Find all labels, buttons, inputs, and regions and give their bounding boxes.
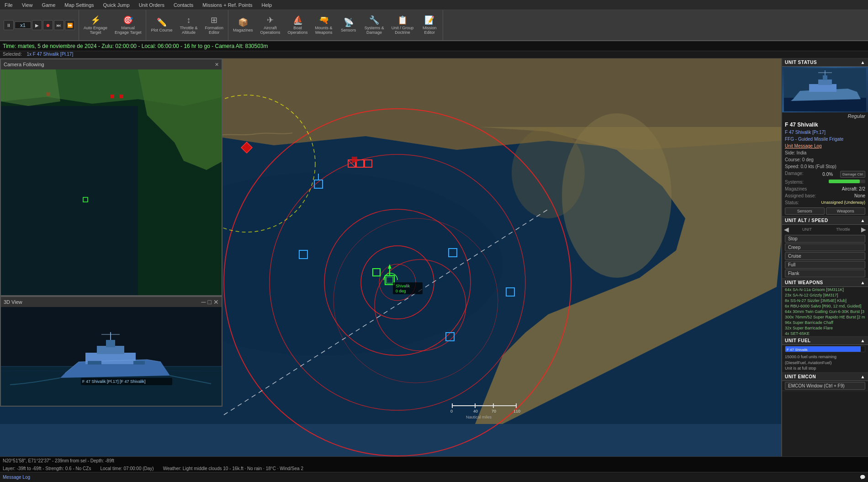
throttle-altitude-button[interactable]: ↕ Throttle &Altitude xyxy=(177,14,200,37)
3d-minimize-icon[interactable]: ─ xyxy=(201,298,206,306)
collapse-icon[interactable]: ▲ xyxy=(861,60,865,65)
camera-title-label: Camera Following xyxy=(4,62,44,67)
weapon-item-4[interactable]: 64x 30mm Twin Gatling Gun-6-30K Burst [3 xyxy=(782,309,868,314)
status-row: Status: Unassigned (Underway) xyxy=(782,199,868,206)
map-area[interactable]: Shivalik 0 deg 0 40 70 110 Nautical mile… xyxy=(0,58,781,456)
record-button[interactable]: ⏺ xyxy=(43,20,53,30)
message-icon: 💬 xyxy=(860,475,865,480)
svg-rect-61 xyxy=(88,361,101,365)
rating-badge: Regular xyxy=(782,112,868,120)
toolbar: ⏸ x1 ▶ ⏺ ⏭ ⏩ ⚡ Auto EngageTarget 🎯 Manua… xyxy=(0,10,868,41)
boat-ops-button[interactable]: ⛵ BoatOperations xyxy=(285,14,311,37)
menu-help[interactable]: Help xyxy=(257,2,276,8)
message-log-label[interactable]: Message Log xyxy=(3,475,30,480)
flank-button[interactable]: Flank xyxy=(785,270,865,277)
3d-view-titlebar[interactable]: 3D View ─ □ ✕ xyxy=(1,297,222,307)
ship-thumbnail xyxy=(784,68,866,111)
svg-text:40: 40 xyxy=(473,409,478,413)
cruise-button[interactable]: Cruise xyxy=(785,252,865,260)
formation-icon: ⊞ xyxy=(211,15,217,25)
plot-course-button[interactable]: ✏️ Plot Course xyxy=(148,16,175,34)
weapon-item-5[interactable]: 300x 76mm/52 Super Rapido HE Burst [2 m xyxy=(782,314,868,320)
camera-titlebar[interactable]: Camera Following ✕ xyxy=(1,59,222,69)
magazines-value: Aircraft: 2/2 xyxy=(842,186,865,191)
svg-rect-51 xyxy=(111,95,114,98)
selected-bar: Selected: 1x F 47 Shivalik [Pl.17] xyxy=(0,51,868,58)
weapon-item-8[interactable]: 4x SET-65KE xyxy=(782,331,868,336)
fast-forward-button[interactable]: ⏩ xyxy=(65,20,75,30)
manual-engage-button[interactable]: 🎯 ManualEngage Target xyxy=(112,14,144,37)
mission-editor-button[interactable]: 📝 MissionEditor xyxy=(418,14,441,37)
left-arrow-icon[interactable]: ◀ xyxy=(784,226,789,233)
right-arrow-icon[interactable]: ▶ xyxy=(861,226,866,233)
magazines-button[interactable]: 📦 Magazines xyxy=(230,16,256,34)
sensors-icon: 📡 xyxy=(344,17,354,27)
pause-button[interactable]: ⏸ xyxy=(4,20,14,30)
3d-view-window: 3D View ─ □ ✕ xyxy=(0,296,222,407)
full-button[interactable]: Full xyxy=(785,261,865,269)
damage-ctrl-button[interactable]: Damage Ctrl xyxy=(840,171,865,178)
systems-damage-button[interactable]: 🔧 Systems &Damage xyxy=(362,14,387,37)
nav-group: ✏️ Plot Course ↕ Throttle &Altitude ⊞ Fo… xyxy=(146,10,228,40)
emcon-collapse-icon[interactable]: ▲ xyxy=(861,374,865,379)
menu-quick-jump[interactable]: Quick Jump xyxy=(99,2,134,8)
weapon-item-6[interactable]: 96x Super Barricade Chaff xyxy=(782,320,868,325)
weapon-item-2[interactable]: 8x SS-N-27 Sizzler [3M54E] Klub] xyxy=(782,298,868,303)
step-forward-button[interactable]: ⏭ xyxy=(54,20,64,30)
menu-game[interactable]: Game xyxy=(37,2,60,8)
stop-button[interactable]: Stop xyxy=(785,235,865,243)
weapons-tab-button[interactable]: Weapons xyxy=(826,207,866,215)
auto-engage-icon: ⚡ xyxy=(90,15,101,25)
damage-row: Damage: 0.0% Damage Ctrl xyxy=(782,170,868,179)
auto-engage-button[interactable]: ⚡ Auto EngageTarget xyxy=(81,14,110,37)
svg-text:0: 0 xyxy=(450,409,453,413)
weapons-collapse-icon[interactable]: ▲ xyxy=(861,280,865,285)
fuel-unit-label: F 47 Shivalik xyxy=(785,347,809,352)
menu-view[interactable]: View xyxy=(17,2,37,8)
svg-text:Shivalik: Shivalik xyxy=(396,284,410,288)
unit-message-log[interactable]: Unit Message Log xyxy=(782,143,868,149)
weapon-item-1[interactable]: 23x SA-N-12 Grizzly [9M317] xyxy=(782,292,868,298)
weapon-item-3[interactable]: 6x RBU-6000 Salvo [R90, 12 rnd, Guided] xyxy=(782,303,868,309)
unit-type: FFG - Guided Missile Frigate xyxy=(782,136,868,143)
magazines-row: Magazines Aircraft: 2/2 xyxy=(782,185,868,192)
aircraft-ops-button[interactable]: ✈ AircraftOperations xyxy=(258,14,283,37)
systems-bar-fill xyxy=(829,180,860,183)
base-value: None xyxy=(854,193,865,198)
fuel-bar-bg: F 47 Shivalik xyxy=(785,346,865,352)
formation-editor-button[interactable]: ⊞ FormationEditor xyxy=(202,14,226,37)
speed-display: x1 xyxy=(15,21,31,29)
3d-close-icon[interactable]: ✕ xyxy=(213,298,219,306)
sensors-tab-button[interactable]: Sensors xyxy=(785,207,825,215)
selected-label: Selected: xyxy=(3,52,22,57)
play-button[interactable]: ▶ xyxy=(32,20,42,30)
fuel-collapse-icon[interactable]: ▲ xyxy=(861,338,865,343)
mission-icon: 📝 xyxy=(424,15,434,25)
menu-unit-orders[interactable]: Unit Orders xyxy=(134,2,169,8)
weapon-item-0[interactable]: 64x SA-N-11a Grisom [9M311K] xyxy=(782,287,868,292)
3d-maximize-icon[interactable]: □ xyxy=(208,298,212,306)
alt-speed-collapse-icon[interactable]: ▲ xyxy=(861,218,865,223)
menu-contacts[interactable]: Contacts xyxy=(169,2,198,8)
unit-name: F 47 Shivalik xyxy=(782,120,868,129)
emcon-window-button[interactable]: EMCON Window (Ctrl + F9) xyxy=(785,382,865,390)
unit-status-header: UNIT STATUS ▲ xyxy=(782,58,868,67)
creep-button[interactable]: Creep xyxy=(785,244,865,251)
weather-time: Local time: 07:00:00 (Day) xyxy=(100,466,153,471)
systems-row: Systems: xyxy=(782,179,868,185)
menu-file[interactable]: File xyxy=(0,2,17,8)
camera-window: Camera Following ✕ xyxy=(0,58,222,296)
weapon-item-7[interactable]: 32x Super Barricade Flare xyxy=(782,325,868,331)
svg-text:110: 110 xyxy=(513,409,520,413)
3d-view-content: F 47 Shivalik [Pl.17] [F 47 Shivalik] xyxy=(1,307,222,406)
sensors-button[interactable]: 📡 Sensors xyxy=(337,16,360,34)
svg-rect-52 xyxy=(120,95,123,98)
camera-content xyxy=(1,69,222,295)
mounts-weapons-button[interactable]: 🔫 Mounts &Weapons xyxy=(312,14,335,37)
fuel-bar-fill: F 47 Shivalik xyxy=(785,346,861,352)
menu-map-settings[interactable]: Map Settings xyxy=(60,2,98,8)
camera-close-icon[interactable]: ✕ xyxy=(215,62,219,68)
svg-rect-67 xyxy=(818,79,832,85)
menu-missions[interactable]: Missions + Ref. Points xyxy=(198,2,257,8)
unit-group-doctrine-button[interactable]: 📋 Unit / GroupDoctrine xyxy=(389,14,417,37)
